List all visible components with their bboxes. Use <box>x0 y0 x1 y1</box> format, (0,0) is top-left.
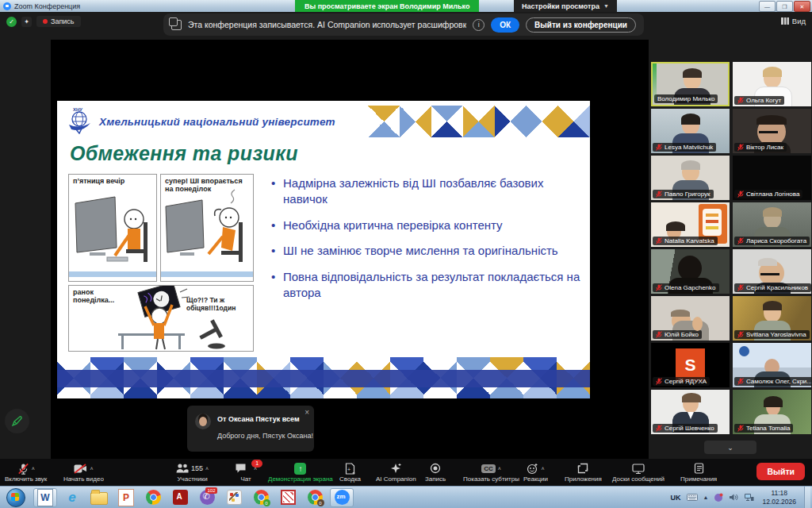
video-tile[interactable]: Ольга Когут <box>733 62 811 106</box>
taskbar-viber[interactable]: 102 <box>195 488 219 507</box>
ok-button[interactable]: ОК <box>491 17 519 33</box>
muted-mic-icon <box>737 425 744 432</box>
taskbar-chrome-2[interactable]: 0 <box>249 488 273 507</box>
chevron-up-icon[interactable]: ˄ <box>498 466 501 471</box>
language-indicator[interactable]: UK <box>671 494 681 502</box>
camera-muted-icon <box>74 464 87 474</box>
leave-meeting-button[interactable]: Выйти из конференции <box>526 17 636 33</box>
network-icon[interactable] <box>744 493 754 502</box>
whiteboard-icon <box>632 464 645 474</box>
view-button[interactable]: Вид <box>781 17 806 25</box>
muted-mic-icon <box>737 284 744 291</box>
video-tile[interactable]: Svitlana Yaroslavivna <box>733 296 811 341</box>
taskbar-powerpoint[interactable] <box>114 488 138 507</box>
video-tile[interactable]: Lesya Matviichuk <box>651 109 730 153</box>
chrome-icon: 0 <box>308 490 323 505</box>
svg-text:+: + <box>347 467 350 472</box>
slide-header: ХНУ Хмельницький національний університе… <box>67 109 335 134</box>
video-tile[interactable]: Лариса Скоробогата <box>733 202 811 247</box>
security-shield-icon[interactable]: ✓ <box>6 17 17 27</box>
video-tile[interactable]: Юлій Бойко <box>651 296 730 341</box>
viber-tray-icon[interactable] <box>714 493 723 502</box>
chevron-up-icon[interactable]: ˄ <box>32 466 35 471</box>
show-desktop-button[interactable] <box>804 487 810 508</box>
whiteboards-button[interactable]: Доски сообщений <box>612 459 665 486</box>
reactions-button[interactable]: ˄ Реакции <box>523 459 548 486</box>
summary-button[interactable]: + Сводка <box>339 459 361 486</box>
chevron-up-icon[interactable]: ˄ <box>205 466 209 471</box>
comic-speech-3: Що?!? Ти ж обіцяв!!!1один <box>186 297 242 313</box>
chevron-up-icon[interactable]: ˄ <box>90 466 93 471</box>
minimize-button[interactable]: — <box>759 1 776 12</box>
notes-button[interactable]: Примечания <box>680 459 717 486</box>
taskbar-zoom[interactable] <box>330 488 354 507</box>
muted-mic-icon <box>656 425 662 432</box>
video-tile[interactable]: Olena Gapchenko <box>651 249 730 294</box>
apps-button[interactable]: Приложения <box>565 459 602 486</box>
participants-button[interactable]: 155 ˄ Участники <box>176 459 209 486</box>
clock-time: 11:18 <box>762 489 796 498</box>
video-tile[interactable]: Світлана Логінова <box>733 156 811 200</box>
start-button[interactable] <box>6 488 25 507</box>
taskbar-explorer[interactable] <box>87 488 111 507</box>
close-button[interactable]: ✕ <box>794 1 810 12</box>
chat-popup-close-icon[interactable]: × <box>304 408 309 417</box>
record-dot-icon <box>43 19 48 24</box>
hidden-icons-arrow[interactable]: ▲ <box>703 495 709 500</box>
chat-sender-avatar <box>195 414 211 429</box>
chat-button[interactable]: 1 ˄ Чат <box>235 459 257 486</box>
record-button[interactable]: Запись <box>425 459 446 486</box>
info-icon[interactable]: i <box>473 19 485 31</box>
muted-mic-icon <box>656 144 662 151</box>
leave-button[interactable]: Выйти <box>756 463 805 480</box>
share-screen-button[interactable]: ↑ Демонстрация экрана <box>268 459 333 486</box>
comic-caption-1: п’ятниця вечір <box>73 177 124 185</box>
video-tile[interactable]: Віктор Лисак <box>733 109 811 153</box>
window-titlebar: Zoom Конференция Вы просматриваете экран… <box>0 0 812 12</box>
participants-panel: Володимир Милько Ольга Когут Lesya Matvi… <box>649 40 812 459</box>
video-tile[interactable]: Сергій Шевченко <box>651 390 730 434</box>
restore-button[interactable]: ❐ <box>776 1 793 12</box>
taskbar-word[interactable] <box>33 488 57 507</box>
annotate-button[interactable] <box>5 409 29 433</box>
start-video-button[interactable]: ˄ Начать видео <box>63 459 104 486</box>
muted-mic-icon <box>737 144 744 151</box>
chevron-up-icon[interactable]: ˄ <box>541 466 544 471</box>
bullet-1: Надмірна залежність від ШІ позбавляє баз… <box>270 175 587 207</box>
participants-icon <box>176 463 189 474</box>
taskbar-acrobat[interactable] <box>168 488 192 507</box>
video-tile[interactable]: S Сергій ЯДУХА <box>651 343 730 387</box>
comic-panel-2: супер! ШІ впорається на понеділок <box>160 174 254 282</box>
video-tile[interactable]: Володимир Милько <box>651 62 730 106</box>
video-tile[interactable]: Natalia Karvatska <box>651 202 730 247</box>
view-settings-dropdown[interactable]: Настройки просмотра ▼ <box>514 0 617 12</box>
volume-icon[interactable] <box>729 493 738 502</box>
muted-mic-icon <box>656 284 662 291</box>
taskbar-moviemaker[interactable] <box>276 488 300 507</box>
record-icon <box>430 463 441 474</box>
chat-notification-popup[interactable]: От Оксана Пястук всем Доброго дня, Пясту… <box>187 406 314 452</box>
video-tile[interactable]: Самолюк Олег, Скри... <box>733 343 811 387</box>
more-participants-button[interactable]: ⌄ <box>704 441 756 454</box>
windows-taskbar: e 102 0 0 UK ▲ 11:18 <box>0 486 812 508</box>
ai-companion-icon[interactable]: ✦ <box>21 17 32 27</box>
mute-button[interactable]: ˄ Включить звук <box>5 459 47 486</box>
ai-sparkle-icon <box>390 463 402 475</box>
keyboard-icon[interactable] <box>687 494 698 501</box>
taskbar-chrome-3[interactable]: 0 <box>303 488 327 507</box>
recording-indicator[interactable]: Запись <box>36 16 81 27</box>
muted-mic-icon <box>656 331 662 338</box>
notes-icon <box>694 463 704 474</box>
taskbar-ie[interactable]: e <box>60 488 84 507</box>
chrome-icon <box>146 490 161 505</box>
video-tile[interactable]: Павло Григорук <box>651 156 730 200</box>
presentation-slide: ХНУ Хмельницький національний університе… <box>57 101 590 398</box>
ai-companion-button[interactable]: AI Companion <box>376 459 416 486</box>
video-tile[interactable]: Tetiana Tomalia <box>733 390 811 434</box>
chat-icon <box>235 463 247 474</box>
taskbar-chrome-1[interactable] <box>141 488 165 507</box>
video-tile[interactable]: Сергій Красильников <box>733 249 811 294</box>
taskbar-paint[interactable] <box>222 488 246 507</box>
captions-button[interactable]: CC ˄ Показать субтитры <box>463 459 519 486</box>
taskbar-clock[interactable]: 11:18 12.02.2026 <box>762 489 796 506</box>
